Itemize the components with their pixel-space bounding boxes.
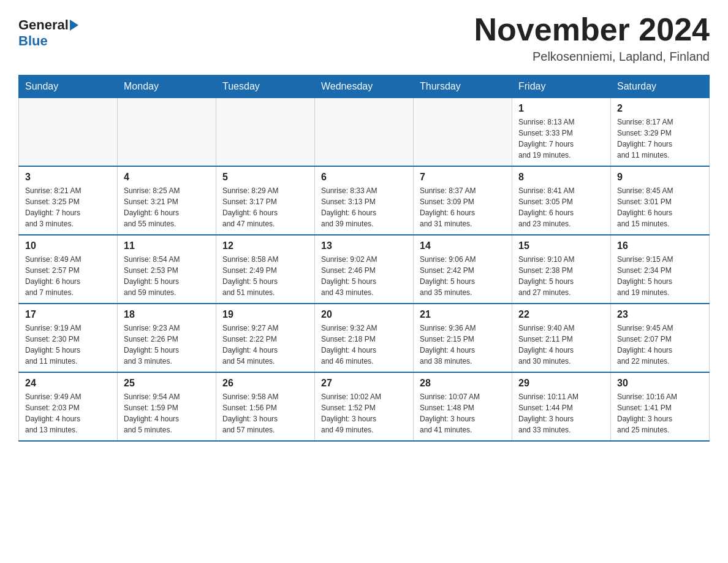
day-info: Sunrise: 9:15 AM Sunset: 2:34 PM Dayligh… bbox=[617, 254, 703, 298]
day-number: 21 bbox=[420, 309, 506, 320]
calendar-cell: 20Sunrise: 9:32 AM Sunset: 2:18 PM Dayli… bbox=[315, 304, 414, 372]
calendar-cell: 27Sunrise: 10:02 AM Sunset: 1:52 PM Dayl… bbox=[315, 372, 414, 441]
calendar-week-1: 1Sunrise: 8:13 AM Sunset: 3:33 PM Daylig… bbox=[19, 98, 710, 167]
calendar-cell: 14Sunrise: 9:06 AM Sunset: 2:42 PM Dayli… bbox=[414, 235, 512, 304]
logo-general-text: General bbox=[18, 17, 69, 33]
day-info: Sunrise: 8:13 AM Sunset: 3:33 PM Dayligh… bbox=[518, 117, 604, 161]
day-info: Sunrise: 10:11 AM Sunset: 1:44 PM Daylig… bbox=[518, 391, 604, 435]
day-number: 18 bbox=[124, 309, 210, 320]
logo-arrow-icon bbox=[70, 20, 78, 31]
calendar-cell: 22Sunrise: 9:40 AM Sunset: 2:11 PM Dayli… bbox=[512, 304, 611, 372]
calendar-cell: 11Sunrise: 8:54 AM Sunset: 2:53 PM Dayli… bbox=[118, 235, 216, 304]
day-info: Sunrise: 8:45 AM Sunset: 3:01 PM Dayligh… bbox=[617, 185, 703, 229]
day-number: 26 bbox=[222, 378, 308, 389]
day-number: 29 bbox=[518, 378, 604, 389]
calendar-cell: 10Sunrise: 8:49 AM Sunset: 2:57 PM Dayli… bbox=[19, 235, 118, 304]
weekday-header-wednesday: Wednesday bbox=[315, 75, 414, 98]
calendar-cell: 12Sunrise: 8:58 AM Sunset: 2:49 PM Dayli… bbox=[216, 235, 315, 304]
logo: General Blue bbox=[18, 12, 80, 49]
calendar-cell bbox=[216, 98, 315, 167]
page-header: General Blue November 2024 Pelkosenniemi… bbox=[18, 12, 710, 64]
weekday-header-friday: Friday bbox=[512, 75, 611, 98]
calendar-cell: 23Sunrise: 9:45 AM Sunset: 2:07 PM Dayli… bbox=[611, 304, 710, 372]
weekday-header-tuesday: Tuesday bbox=[216, 75, 315, 98]
day-number: 7 bbox=[420, 172, 506, 183]
day-info: Sunrise: 8:17 AM Sunset: 3:29 PM Dayligh… bbox=[617, 117, 703, 161]
calendar-cell: 3Sunrise: 8:21 AM Sunset: 3:25 PM Daylig… bbox=[19, 166, 118, 235]
day-info: Sunrise: 9:19 AM Sunset: 2:30 PM Dayligh… bbox=[25, 323, 111, 367]
calendar-week-3: 10Sunrise: 8:49 AM Sunset: 2:57 PM Dayli… bbox=[19, 235, 710, 304]
day-number: 22 bbox=[518, 309, 604, 320]
day-info: Sunrise: 8:37 AM Sunset: 3:09 PM Dayligh… bbox=[420, 185, 506, 229]
calendar-cell bbox=[414, 98, 512, 167]
month-title: November 2024 bbox=[474, 12, 710, 47]
calendar-cell: 30Sunrise: 10:16 AM Sunset: 1:41 PM Dayl… bbox=[611, 372, 710, 441]
calendar-cell: 2Sunrise: 8:17 AM Sunset: 3:29 PM Daylig… bbox=[611, 98, 710, 167]
day-info: Sunrise: 10:02 AM Sunset: 1:52 PM Daylig… bbox=[321, 391, 407, 435]
calendar-week-2: 3Sunrise: 8:21 AM Sunset: 3:25 PM Daylig… bbox=[19, 166, 710, 235]
day-info: Sunrise: 9:49 AM Sunset: 2:03 PM Dayligh… bbox=[25, 391, 111, 435]
calendar-cell bbox=[315, 98, 414, 167]
day-number: 11 bbox=[124, 240, 210, 251]
day-number: 20 bbox=[321, 309, 407, 320]
calendar-cell: 19Sunrise: 9:27 AM Sunset: 2:22 PM Dayli… bbox=[216, 304, 315, 372]
calendar-cell: 17Sunrise: 9:19 AM Sunset: 2:30 PM Dayli… bbox=[19, 304, 118, 372]
day-info: Sunrise: 10:07 AM Sunset: 1:48 PM Daylig… bbox=[420, 391, 506, 435]
day-info: Sunrise: 9:45 AM Sunset: 2:07 PM Dayligh… bbox=[617, 323, 703, 367]
day-number: 13 bbox=[321, 240, 407, 251]
calendar-cell: 15Sunrise: 9:10 AM Sunset: 2:38 PM Dayli… bbox=[512, 235, 611, 304]
calendar-cell: 24Sunrise: 9:49 AM Sunset: 2:03 PM Dayli… bbox=[19, 372, 118, 441]
calendar-cell: 28Sunrise: 10:07 AM Sunset: 1:48 PM Dayl… bbox=[414, 372, 512, 441]
day-number: 17 bbox=[25, 309, 111, 320]
day-info: Sunrise: 9:06 AM Sunset: 2:42 PM Dayligh… bbox=[420, 254, 506, 298]
day-info: Sunrise: 10:16 AM Sunset: 1:41 PM Daylig… bbox=[617, 391, 703, 435]
day-info: Sunrise: 9:36 AM Sunset: 2:15 PM Dayligh… bbox=[420, 323, 506, 367]
day-number: 23 bbox=[617, 309, 703, 320]
day-number: 2 bbox=[617, 103, 703, 114]
day-info: Sunrise: 9:02 AM Sunset: 2:46 PM Dayligh… bbox=[321, 254, 407, 298]
weekday-header-monday: Monday bbox=[118, 75, 216, 98]
day-number: 6 bbox=[321, 172, 407, 183]
calendar-cell: 21Sunrise: 9:36 AM Sunset: 2:15 PM Dayli… bbox=[414, 304, 512, 372]
day-info: Sunrise: 8:29 AM Sunset: 3:17 PM Dayligh… bbox=[222, 185, 308, 229]
calendar-cell: 7Sunrise: 8:37 AM Sunset: 3:09 PM Daylig… bbox=[414, 166, 512, 235]
day-number: 15 bbox=[518, 240, 604, 251]
calendar-week-4: 17Sunrise: 9:19 AM Sunset: 2:30 PM Dayli… bbox=[19, 304, 710, 372]
day-info: Sunrise: 9:23 AM Sunset: 2:26 PM Dayligh… bbox=[124, 323, 210, 367]
day-number: 28 bbox=[420, 378, 506, 389]
weekday-header-sunday: Sunday bbox=[19, 75, 118, 98]
day-number: 19 bbox=[222, 309, 308, 320]
day-info: Sunrise: 9:10 AM Sunset: 2:38 PM Dayligh… bbox=[518, 254, 604, 298]
day-number: 5 bbox=[222, 172, 308, 183]
day-info: Sunrise: 8:33 AM Sunset: 3:13 PM Dayligh… bbox=[321, 185, 407, 229]
weekday-header-thursday: Thursday bbox=[414, 75, 512, 98]
calendar-cell bbox=[19, 98, 118, 167]
day-number: 9 bbox=[617, 172, 703, 183]
day-number: 30 bbox=[617, 378, 703, 389]
day-number: 4 bbox=[124, 172, 210, 183]
day-info: Sunrise: 8:41 AM Sunset: 3:05 PM Dayligh… bbox=[518, 185, 604, 229]
calendar-table: SundayMondayTuesdayWednesdayThursdayFrid… bbox=[18, 75, 710, 442]
calendar-cell: 16Sunrise: 9:15 AM Sunset: 2:34 PM Dayli… bbox=[611, 235, 710, 304]
day-number: 8 bbox=[518, 172, 604, 183]
day-info: Sunrise: 9:40 AM Sunset: 2:11 PM Dayligh… bbox=[518, 323, 604, 367]
day-number: 27 bbox=[321, 378, 407, 389]
day-info: Sunrise: 8:54 AM Sunset: 2:53 PM Dayligh… bbox=[124, 254, 210, 298]
calendar-cell: 6Sunrise: 8:33 AM Sunset: 3:13 PM Daylig… bbox=[315, 166, 414, 235]
location-text: Pelkosenniemi, Lapland, Finland bbox=[474, 50, 710, 64]
calendar-cell: 4Sunrise: 8:25 AM Sunset: 3:21 PM Daylig… bbox=[118, 166, 216, 235]
day-number: 16 bbox=[617, 240, 703, 251]
day-number: 24 bbox=[25, 378, 111, 389]
calendar-cell: 9Sunrise: 8:45 AM Sunset: 3:01 PM Daylig… bbox=[611, 166, 710, 235]
day-number: 12 bbox=[222, 240, 308, 251]
day-info: Sunrise: 8:49 AM Sunset: 2:57 PM Dayligh… bbox=[25, 254, 111, 298]
day-info: Sunrise: 9:58 AM Sunset: 1:56 PM Dayligh… bbox=[222, 391, 308, 435]
day-info: Sunrise: 8:25 AM Sunset: 3:21 PM Dayligh… bbox=[124, 185, 210, 229]
calendar-cell: 8Sunrise: 8:41 AM Sunset: 3:05 PM Daylig… bbox=[512, 166, 611, 235]
logo-blue-text: Blue bbox=[18, 33, 48, 49]
day-number: 3 bbox=[25, 172, 111, 183]
calendar-cell: 26Sunrise: 9:58 AM Sunset: 1:56 PM Dayli… bbox=[216, 372, 315, 441]
weekday-header-saturday: Saturday bbox=[611, 75, 710, 98]
calendar-cell bbox=[118, 98, 216, 167]
day-number: 10 bbox=[25, 240, 111, 251]
